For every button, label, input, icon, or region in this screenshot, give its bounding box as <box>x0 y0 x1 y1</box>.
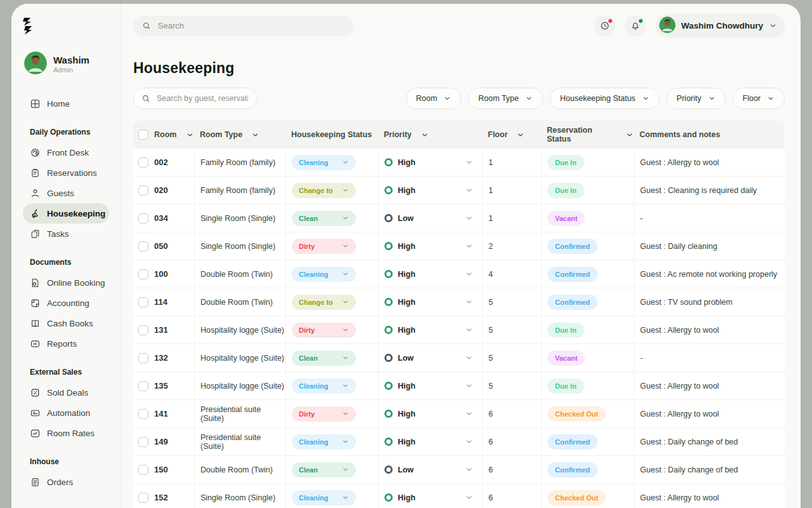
reservation-status-badge: Due In <box>547 155 584 170</box>
table-search[interactable] <box>133 88 258 109</box>
sidebar-item-online-booking[interactable]: Online Booking <box>23 272 109 293</box>
sidebar-item-room-rates[interactable]: Room Rates <box>23 423 109 443</box>
notifications-button[interactable] <box>625 15 646 36</box>
chevron-down-icon[interactable] <box>465 354 473 362</box>
chevron-down-icon[interactable] <box>465 410 473 418</box>
table-search-input[interactable] <box>155 93 249 104</box>
select-all-checkbox[interactable] <box>138 130 148 140</box>
housekeeping-status-dropdown[interactable]: Cleaning <box>292 378 356 394</box>
housekeeping-status-dropdown[interactable]: Change to <box>292 183 356 198</box>
reservation-status-badge: Vacant <box>547 211 585 226</box>
topbar: Washim Chowdhury <box>121 4 801 48</box>
chevron-down-icon <box>642 95 650 102</box>
priority-cell: High <box>378 149 482 176</box>
housekeeping-status-dropdown[interactable]: Dirty <box>292 323 356 338</box>
housekeeping-status-dropdown[interactable]: Cleaning <box>292 490 356 505</box>
column-header-reservation-status[interactable]: Reservation Status <box>541 121 634 149</box>
select-row-checkbox[interactable] <box>138 381 148 391</box>
housekeeping-status-dropdown[interactable]: Cleaning <box>292 155 356 170</box>
sidebar-item-automation[interactable]: Automation <box>23 403 109 423</box>
select-row-checkbox[interactable] <box>138 241 148 251</box>
floor-cell: 6 <box>482 484 541 508</box>
chevron-down-icon[interactable] <box>465 242 473 250</box>
room-cell: 050 <box>133 232 194 260</box>
sidebar-item-label: Accounting <box>47 298 89 308</box>
select-row-checkbox[interactable] <box>138 409 148 419</box>
sidebar-item-guests[interactable]: Guests <box>23 183 109 203</box>
filter-priority[interactable]: Priority <box>667 88 726 109</box>
chevron-down-icon[interactable] <box>465 382 473 390</box>
chevron-down-icon[interactable] <box>465 270 473 278</box>
floor-cell: 4 <box>482 260 541 288</box>
priority-cell: High <box>378 260 482 288</box>
housekeeping-status-dropdown[interactable]: Dirty <box>292 239 356 254</box>
housekeeping-status-cell: Change to <box>285 288 378 316</box>
sidebar-item-cash-books[interactable]: Cash Books <box>23 313 109 333</box>
chevron-down-icon[interactable] <box>465 158 473 166</box>
select-row-checkbox[interactable] <box>138 269 148 279</box>
comments-cell: Guest : Daily change of bed <box>634 456 785 483</box>
priority-dot-icon <box>384 298 393 306</box>
sidebar-item-label: Front Desk <box>47 148 89 157</box>
room-cell: 114 <box>133 288 194 316</box>
housekeeping-status-cell: Cleaning <box>285 428 378 455</box>
table-row: 150Double Room (Twin)CleanLow6ConfirmedG… <box>133 456 785 484</box>
select-row-checkbox[interactable] <box>138 297 148 307</box>
select-row-checkbox[interactable] <box>138 465 148 475</box>
column-header-floor[interactable]: Floor <box>482 121 541 149</box>
chevron-down-icon[interactable] <box>465 186 473 194</box>
sidebar-item-tasks[interactable]: Tasks <box>23 224 109 244</box>
room-cell: 152 <box>133 484 194 508</box>
chevron-down-icon <box>342 438 349 445</box>
housekeeping-status-dropdown[interactable]: Cleaning <box>292 267 356 282</box>
column-header-room[interactable]: Room <box>133 121 194 149</box>
filter-room[interactable]: Room <box>406 88 461 109</box>
select-row-checkbox[interactable] <box>138 157 148 168</box>
chevron-down-icon[interactable] <box>465 465 473 474</box>
select-row-checkbox[interactable] <box>138 325 148 335</box>
sidebar-item-reservations[interactable]: Reservations <box>23 163 109 183</box>
chevron-down-icon[interactable] <box>465 214 473 222</box>
sidebar-item-home[interactable]: Home <box>23 93 109 114</box>
select-row-checkbox[interactable] <box>138 493 148 503</box>
floor-value: 1 <box>488 158 493 167</box>
sidebar-item-front-desk[interactable]: Front Desk <box>23 142 109 163</box>
housekeeping-status-dropdown[interactable]: Change to <box>292 295 356 310</box>
room-cell: 135 <box>133 372 194 399</box>
select-row-checkbox[interactable] <box>138 437 148 447</box>
select-row-checkbox[interactable] <box>138 185 148 196</box>
filter-floor[interactable]: Floor <box>733 88 785 109</box>
housekeeping-status-dropdown[interactable]: Clean <box>292 211 356 226</box>
filter-label: Room Type <box>478 94 519 103</box>
select-row-checkbox[interactable] <box>138 353 148 363</box>
sidebar-item-accounting[interactable]: Accounting <box>23 293 109 313</box>
chevron-down-icon[interactable] <box>465 326 473 334</box>
housekeeping-status-dropdown[interactable]: Clean <box>292 351 356 366</box>
column-header-priority[interactable]: Priority <box>378 121 482 149</box>
housekeeping-status-dropdown[interactable]: Clean <box>292 462 356 478</box>
housekeeping-status-dropdown[interactable]: Dirty <box>292 406 356 422</box>
filter-housekeeping-status[interactable]: Housekeeping Status <box>550 88 660 109</box>
housekeeping-status-dropdown[interactable]: Cleaning <box>292 434 356 450</box>
column-label: Room Type <box>200 130 242 139</box>
screen: Washim Admin HomeDaily OperationsFront D… <box>0 0 812 508</box>
sidebar-item-sold-deals[interactable]: Sold Deals <box>23 382 109 403</box>
global-search[interactable] <box>133 16 354 36</box>
filter-label: Housekeeping Status <box>560 94 636 103</box>
user-menu[interactable]: Washim Chowdhury <box>655 14 785 37</box>
room-number: 152 <box>154 493 168 502</box>
select-row-checkbox[interactable] <box>138 213 148 224</box>
sidebar-item-housekeeping[interactable]: Housekeeping <box>23 203 109 224</box>
table-row: 020Family Room (family)Change toHigh1Due… <box>133 177 785 204</box>
global-search-input[interactable] <box>157 20 345 31</box>
chevron-down-icon[interactable] <box>465 493 473 502</box>
priority-dot-icon <box>384 354 393 362</box>
sidebar-item-reports[interactable]: Reports <box>23 333 109 354</box>
chevron-down-icon[interactable] <box>465 438 473 446</box>
alerts-button[interactable] <box>594 15 615 36</box>
chevron-down-icon[interactable] <box>465 298 473 306</box>
sidebar-item-orders[interactable]: Orders <box>23 472 109 492</box>
column-header-room-type[interactable]: Room Type <box>194 121 285 149</box>
filter-room-type[interactable]: Room Type <box>468 88 543 109</box>
priority-dot-icon <box>384 326 393 334</box>
